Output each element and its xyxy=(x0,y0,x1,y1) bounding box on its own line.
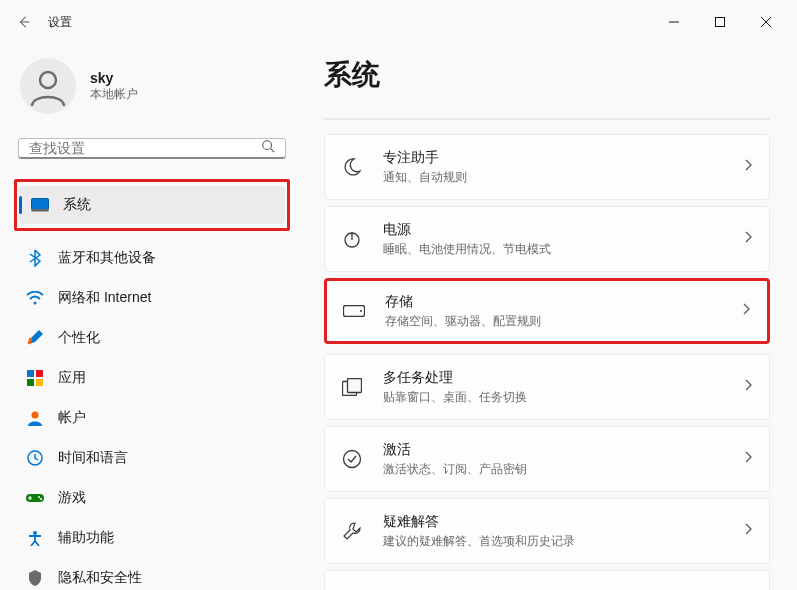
chevron-right-icon xyxy=(743,450,753,468)
time-icon xyxy=(26,449,44,467)
card-multitasking[interactable]: 多任务处理 贴靠窗口、桌面、任务切换 xyxy=(324,354,770,420)
gaming-icon xyxy=(26,489,44,507)
accessibility-icon xyxy=(26,529,44,547)
sidebar-item-label: 应用 xyxy=(58,369,86,387)
sidebar-item-label: 辅助功能 xyxy=(58,529,114,547)
svg-rect-3 xyxy=(32,199,49,210)
maximize-button[interactable] xyxy=(697,6,743,38)
card-text: 疑难解答 建议的疑难解答、首选项和历史记录 xyxy=(383,513,723,550)
sidebar-item-label: 帐户 xyxy=(58,409,86,427)
multitask-icon xyxy=(341,376,363,398)
person-icon xyxy=(28,66,68,106)
sidebar-item-privacy[interactable]: 隐私和安全性 xyxy=(14,559,290,590)
maximize-icon xyxy=(715,17,725,27)
sidebar-item-accessibility[interactable]: 辅助功能 xyxy=(14,519,290,557)
chevron-right-icon xyxy=(743,230,753,248)
card-troubleshoot[interactable]: 疑难解答 建议的疑难解答、首选项和历史记录 xyxy=(324,498,770,564)
storage-icon xyxy=(343,300,365,322)
card-title: 激活 xyxy=(383,441,723,459)
card-title: 存储 xyxy=(385,293,721,311)
svg-point-1 xyxy=(40,72,56,88)
card-activation[interactable]: 激活 激活状态、订阅、产品密钥 xyxy=(324,426,770,492)
app-title: 设置 xyxy=(48,14,72,31)
card-text: 激活 激活状态、订阅、产品密钥 xyxy=(383,441,723,478)
back-button[interactable] xyxy=(16,14,32,30)
card-subtitle: 通知、自动规则 xyxy=(383,169,723,186)
svg-point-5 xyxy=(34,302,37,305)
sidebar: sky 本地帐户 系统 xyxy=(0,44,300,590)
titlebar-left: 设置 xyxy=(16,14,72,31)
sidebar-item-label: 个性化 xyxy=(58,329,100,347)
svg-rect-4 xyxy=(32,209,49,212)
card-focus-assist[interactable]: 专注助手 通知、自动规则 xyxy=(324,134,770,200)
close-icon xyxy=(761,17,771,27)
svg-point-10 xyxy=(32,412,39,419)
chevron-right-icon xyxy=(741,302,751,320)
sidebar-item-label: 时间和语言 xyxy=(58,449,128,467)
sidebar-item-label: 隐私和安全性 xyxy=(58,569,142,587)
svg-rect-20 xyxy=(348,379,362,393)
sidebar-item-apps[interactable]: 应用 xyxy=(14,359,290,397)
sidebar-item-system[interactable]: 系统 xyxy=(19,186,285,224)
window-controls xyxy=(651,6,789,38)
moon-icon xyxy=(341,156,363,178)
svg-point-21 xyxy=(344,451,361,468)
sidebar-item-label: 游戏 xyxy=(58,489,86,507)
search-icon xyxy=(261,139,275,157)
svg-point-15 xyxy=(33,531,37,535)
card-power[interactable]: 电源 睡眠、电池使用情况、节电模式 xyxy=(324,206,770,272)
sidebar-item-label: 网络和 Internet xyxy=(58,289,151,307)
avatar xyxy=(20,58,76,114)
svg-point-2 xyxy=(263,141,272,150)
svg-rect-7 xyxy=(36,370,43,377)
card-subtitle: 建议的疑难解答、首选项和历史记录 xyxy=(383,533,723,550)
bluetooth-icon xyxy=(26,249,44,267)
minimize-button[interactable] xyxy=(651,6,697,38)
privacy-icon xyxy=(26,569,44,587)
svg-point-14 xyxy=(40,498,42,500)
wifi-icon xyxy=(26,289,44,307)
search-box[interactable] xyxy=(18,138,286,159)
apps-icon xyxy=(26,369,44,387)
card-recovery[interactable]: 恢复 xyxy=(324,570,770,590)
sidebar-item-label: 系统 xyxy=(63,196,91,214)
chevron-right-icon xyxy=(743,158,753,176)
chevron-right-icon xyxy=(743,522,753,540)
sidebar-item-network[interactable]: 网络和 Internet xyxy=(14,279,290,317)
card-storage[interactable]: 存储 存储空间、驱动器、配置规则 xyxy=(324,278,770,344)
card-subtitle: 存储空间、驱动器、配置规则 xyxy=(385,313,721,330)
svg-point-18 xyxy=(360,310,362,312)
sidebar-item-gaming[interactable]: 游戏 xyxy=(14,479,290,517)
card-text: 专注助手 通知、自动规则 xyxy=(383,149,723,186)
card-title: 电源 xyxy=(383,221,723,239)
sidebar-item-personalize[interactable]: 个性化 xyxy=(14,319,290,357)
account-block[interactable]: sky 本地帐户 xyxy=(14,44,290,138)
power-icon xyxy=(341,228,363,250)
card-subtitle: 激活状态、订阅、产品密钥 xyxy=(383,461,723,478)
svg-point-13 xyxy=(38,496,40,498)
account-subtitle: 本地帐户 xyxy=(90,86,138,103)
troubleshoot-icon xyxy=(341,520,363,542)
divider xyxy=(324,118,770,120)
page-title: 系统 xyxy=(324,56,777,94)
close-button[interactable] xyxy=(743,6,789,38)
account-icon xyxy=(26,409,44,427)
back-arrow-icon xyxy=(17,15,31,29)
account-name: sky xyxy=(90,70,138,86)
card-title: 疑难解答 xyxy=(383,513,723,531)
sidebar-item-bluetooth[interactable]: 蓝牙和其他设备 xyxy=(14,239,290,277)
sidebar-item-accounts[interactable]: 帐户 xyxy=(14,399,290,437)
main-layout: sky 本地帐户 系统 xyxy=(0,44,797,590)
card-subtitle: 睡眠、电池使用情况、节电模式 xyxy=(383,241,723,258)
minimize-icon xyxy=(669,17,679,27)
titlebar: 设置 xyxy=(0,0,797,44)
svg-rect-9 xyxy=(36,379,43,386)
activation-icon xyxy=(341,448,363,470)
card-title: 专注助手 xyxy=(383,149,723,167)
svg-rect-0 xyxy=(716,18,725,27)
search-input[interactable] xyxy=(29,140,261,156)
card-text: 存储 存储空间、驱动器、配置规则 xyxy=(385,293,721,330)
sidebar-item-time[interactable]: 时间和语言 xyxy=(14,439,290,477)
card-text: 电源 睡眠、电池使用情况、节电模式 xyxy=(383,221,723,258)
card-subtitle: 贴靠窗口、桌面、任务切换 xyxy=(383,389,723,406)
